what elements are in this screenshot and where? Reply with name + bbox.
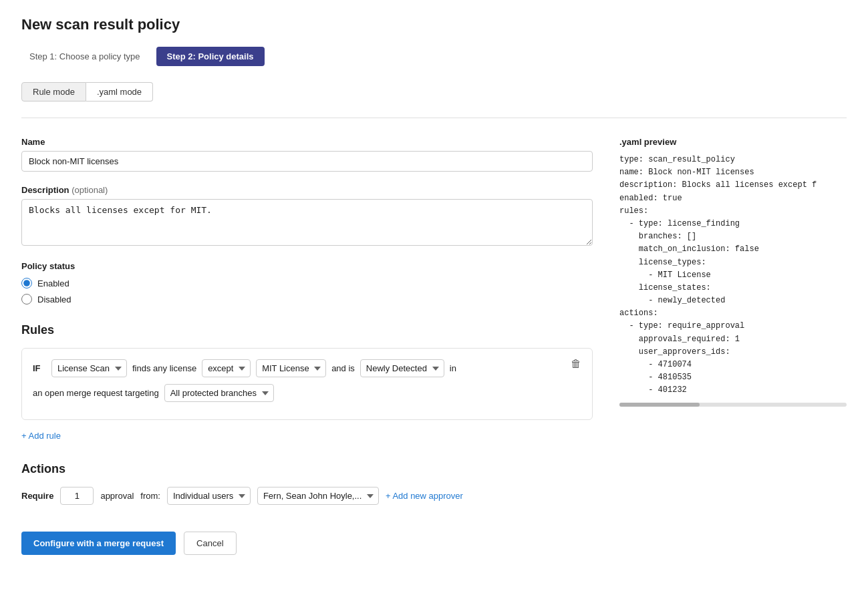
license-select[interactable]: MIT License xyxy=(256,359,326,377)
main-layout: Name Description (optional) Blocks all l… xyxy=(21,137,847,555)
approval-label: approval xyxy=(100,491,134,501)
actions-section-title: Actions xyxy=(21,462,593,476)
rule-box: 🗑 IF License Scan finds any license exce… xyxy=(21,348,593,420)
radio-group: Enabled Disabled xyxy=(21,278,593,305)
from-label: from: xyxy=(140,491,160,501)
finds-any-license-text: finds any license xyxy=(132,363,196,373)
approvers-select[interactable]: Fern, Sean John Hoyle,... xyxy=(257,487,379,505)
require-label: Require xyxy=(21,491,53,501)
delete-rule-button[interactable]: 🗑 xyxy=(568,357,584,371)
name-field-group: Name xyxy=(21,137,593,172)
configure-button[interactable]: Configure with a merge request xyxy=(21,532,176,555)
description-label: Description (optional) xyxy=(21,185,593,195)
scan-type-select[interactable]: License Scan xyxy=(51,359,127,377)
disabled-label: Disabled xyxy=(37,294,71,305)
yaml-scroll-thumb[interactable] xyxy=(619,403,700,407)
yaml-mode-tab[interactable]: .yaml mode xyxy=(86,82,153,102)
yaml-preview-label: .yaml preview xyxy=(619,137,847,147)
add-approver-button[interactable]: + Add new approver xyxy=(386,491,463,501)
policy-status-label: Policy status xyxy=(21,261,593,271)
targeting-text: an open merge request targeting xyxy=(33,388,159,398)
if-label: IF xyxy=(33,363,46,373)
approver-type-select[interactable]: Individual users xyxy=(167,487,251,505)
policy-status-group: Policy status Enabled Disabled xyxy=(21,261,593,305)
except-select[interactable]: except xyxy=(202,359,251,377)
add-rule-button[interactable]: + Add rule xyxy=(21,428,61,443)
name-label: Name xyxy=(21,137,593,147)
mode-tabs: Rule mode .yaml mode xyxy=(21,82,847,102)
enabled-label: Enabled xyxy=(37,278,69,288)
rule-row-2: an open merge request targeting All prot… xyxy=(33,384,581,402)
step1-label: Step 1: Choose a policy type xyxy=(21,47,148,65)
yaml-content: type: scan_result_policy name: Block non… xyxy=(619,154,847,397)
trash-icon: 🗑 xyxy=(571,358,581,369)
disabled-radio-item[interactable]: Disabled xyxy=(21,294,593,305)
page-title: New scan result policy xyxy=(21,16,847,33)
cancel-button[interactable]: Cancel xyxy=(184,532,236,555)
state-select[interactable]: Newly Detected xyxy=(360,359,444,377)
description-field-group: Description (optional) Blocks all licens… xyxy=(21,185,593,248)
enabled-radio-item[interactable]: Enabled xyxy=(21,278,593,288)
rules-section-title: Rules xyxy=(21,323,593,337)
description-optional-label: (optional) xyxy=(71,185,108,195)
rule-mode-tab[interactable]: Rule mode xyxy=(21,82,86,102)
description-input[interactable]: Blocks all licenses except for MIT. xyxy=(21,199,593,246)
bottom-actions: Configure with a merge request Cancel xyxy=(21,532,593,555)
enabled-radio[interactable] xyxy=(21,278,32,288)
divider xyxy=(21,118,847,118)
in-text: in xyxy=(450,363,456,373)
step-bar: Step 1: Choose a policy type Step 2: Pol… xyxy=(21,47,847,66)
require-row: Require approval from: Individual users … xyxy=(21,487,593,505)
name-input[interactable] xyxy=(21,151,593,172)
branch-select[interactable]: All protected branches xyxy=(164,384,274,402)
yaml-area: .yaml preview type: scan_result_policy n… xyxy=(619,137,847,555)
and-is-text: and is xyxy=(331,363,355,373)
rule-row-1: IF License Scan finds any license except… xyxy=(33,359,581,377)
disabled-radio[interactable] xyxy=(21,294,32,305)
form-area: Name Description (optional) Blocks all l… xyxy=(21,137,593,555)
yaml-scroll-wrapper: type: scan_result_policy name: Block non… xyxy=(619,154,847,397)
yaml-scroll-track[interactable] xyxy=(619,403,847,407)
step2-label: Step 2: Policy details xyxy=(156,47,265,66)
approval-count-input[interactable] xyxy=(60,487,94,505)
